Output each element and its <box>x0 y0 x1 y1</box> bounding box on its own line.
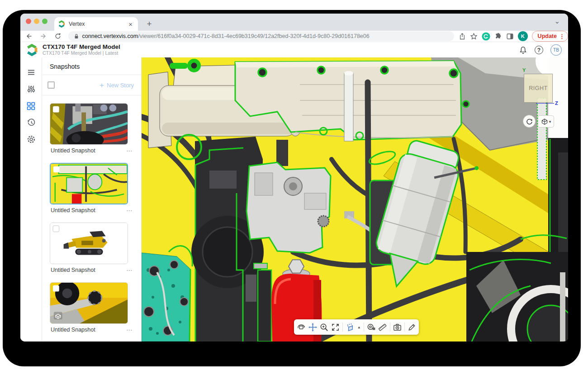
caret-up-icon: ▴ <box>358 325 360 329</box>
tab-title: Vertex <box>69 21 127 27</box>
engine-3d-scene[interactable] <box>142 57 568 342</box>
browser-actions: K Update ⋮ <box>459 31 568 42</box>
zoom-in-icon <box>319 323 329 332</box>
select-all-checkbox[interactable] <box>47 81 55 89</box>
camera-icon <box>393 323 402 332</box>
browser-profile-avatar[interactable]: K <box>518 31 528 41</box>
help-button[interactable]: ? <box>535 46 543 54</box>
fit-all-button[interactable] <box>330 321 341 333</box>
notifications-bell-icon[interactable] <box>519 46 527 55</box>
sidebar-item-snapshots[interactable] <box>26 101 36 111</box>
snapshot-2-preview <box>51 164 127 204</box>
minimize-window-button[interactable] <box>34 19 39 24</box>
snapshots-grid-icon <box>26 101 36 111</box>
snapshot-menu-icon[interactable]: ⋯ <box>126 207 133 214</box>
vertex-logo <box>26 44 38 56</box>
tape-measure-button[interactable] <box>366 321 376 333</box>
grammarly-extension-icon[interactable] <box>482 32 490 41</box>
snapshot-thumbnail[interactable] <box>50 282 128 324</box>
url-field[interactable]: connect.vertexvis.com/viewer/616f0a34-00… <box>68 31 454 41</box>
snapshot-menu-icon[interactable]: ⋯ <box>126 326 133 333</box>
axis-y-label: Y <box>522 67 526 73</box>
orbit-tool-button[interactable] <box>296 321 306 333</box>
snapshot-list: Untitled Snapshot ⋯ <box>42 95 141 342</box>
fullscreen-window-button[interactable] <box>42 19 47 24</box>
section-tool-button[interactable] <box>345 321 355 333</box>
snapshot-card[interactable]: Untitled Snapshot ⋯ <box>50 282 134 336</box>
snapshot-3-preview <box>50 223 128 264</box>
fit-to-view-icon <box>331 323 340 332</box>
cube-icon <box>541 118 548 125</box>
chrome-update-button[interactable]: Update ⋮ <box>532 31 568 42</box>
zoom-tool-button[interactable] <box>319 321 329 333</box>
snapshot-card[interactable]: Untitled Snapshot ⋯ <box>50 103 134 157</box>
snapshot-card[interactable]: Untitled Snapshot ⋯ <box>50 223 134 276</box>
back-button[interactable] <box>23 31 35 41</box>
snapshot-menu-icon[interactable]: ⋯ <box>126 147 133 154</box>
toolbar-divider <box>364 323 364 332</box>
scene-tree-icon <box>27 68 36 77</box>
standard-views-button[interactable]: ▾ <box>538 115 554 128</box>
ruler-icon <box>378 323 387 332</box>
ruler-tool-button[interactable] <box>377 321 388 333</box>
toolbar-divider <box>342 323 343 332</box>
model-subtitle: CTX170 T4F Merged Model | Latest <box>43 50 120 56</box>
model-title: CTX170 T4F Merged Model <box>43 43 120 50</box>
reload-button[interactable] <box>52 31 64 41</box>
sidebar-item-scene-tree[interactable] <box>26 67 36 77</box>
snapshot-thumbnail[interactable] <box>50 223 128 264</box>
tab-search-chevron-icon[interactable]: ⌄ <box>554 17 560 25</box>
history-icon <box>27 118 36 127</box>
reset-camera-button[interactable] <box>523 115 536 128</box>
tape-measure-icon <box>366 323 376 332</box>
forward-button[interactable] <box>38 31 49 41</box>
vertex-favicon <box>58 20 65 28</box>
snapshot-card[interactable]: Untitled Snapshot ⋯ <box>50 163 134 216</box>
share-icon[interactable] <box>459 33 466 40</box>
lock-icon <box>74 33 79 39</box>
snapshot-camera-button[interactable] <box>392 321 402 333</box>
plus-icon: + <box>100 82 104 88</box>
snapshots-panel: Snapshots + New Story <box>42 57 142 342</box>
snapshot-label: Untitled Snapshot <box>51 327 95 333</box>
new-tab-button[interactable]: + <box>143 18 155 30</box>
tab-close-icon[interactable]: × <box>127 20 134 28</box>
main-content: Snapshots + New Story <box>20 57 568 342</box>
filters-icon <box>27 85 36 94</box>
new-story-button[interactable]: + New Story <box>100 82 134 89</box>
side-panel-icon[interactable] <box>506 33 514 40</box>
markup-pencil-button[interactable] <box>407 321 417 333</box>
panel-title: Snapshots <box>42 57 141 75</box>
browser-tab[interactable]: Vertex × <box>54 17 138 31</box>
snapshot-label: Untitled Snapshot <box>51 207 95 213</box>
view-cube[interactable]: RIGHT <box>524 74 553 103</box>
viewer-toolbar: ▴ <box>294 319 419 335</box>
orbit-icon <box>296 323 306 332</box>
snapshot-thumbnail-selected[interactable] <box>50 163 128 204</box>
section-options-caret[interactable]: ▴ <box>356 321 362 333</box>
url-path: /viewer/616f0a34-0029-471c-8d31-4ec69b31… <box>138 33 370 39</box>
user-avatar[interactable]: TB <box>550 44 562 56</box>
url-domain: connect.vertexvis.com <box>82 33 138 39</box>
update-label: Update <box>538 33 557 39</box>
close-window-button[interactable] <box>26 19 31 24</box>
extensions-puzzle-icon[interactable] <box>494 33 502 40</box>
pan-icon <box>308 323 318 332</box>
snapshot-4-preview <box>50 283 128 323</box>
snapshot-thumbnail[interactable] <box>50 103 128 145</box>
new-story-label: New Story <box>107 82 134 89</box>
sidebar-item-settings[interactable] <box>26 134 36 144</box>
sidebar-item-history[interactable] <box>26 118 36 128</box>
axis-z-line <box>536 103 554 104</box>
browser-menu-kebab-icon[interactable]: ⋮ <box>559 33 565 40</box>
bookmark-star-icon[interactable] <box>470 33 478 40</box>
pan-tool-button[interactable] <box>307 321 318 333</box>
orbit-reset-icon <box>526 118 533 125</box>
snapshot-menu-icon[interactable]: ⋯ <box>126 266 133 274</box>
sidebar-item-filters[interactable] <box>26 84 36 94</box>
browser-toolbar: connect.vertexvis.com/viewer/616f0a34-00… <box>20 31 568 42</box>
left-icon-rail <box>20 57 42 342</box>
views-caret-icon: ▾ <box>549 119 551 124</box>
snapshot-1-preview <box>50 104 128 144</box>
viewer-canvas[interactable]: Y RIGHT Z ▾ <box>142 57 568 342</box>
